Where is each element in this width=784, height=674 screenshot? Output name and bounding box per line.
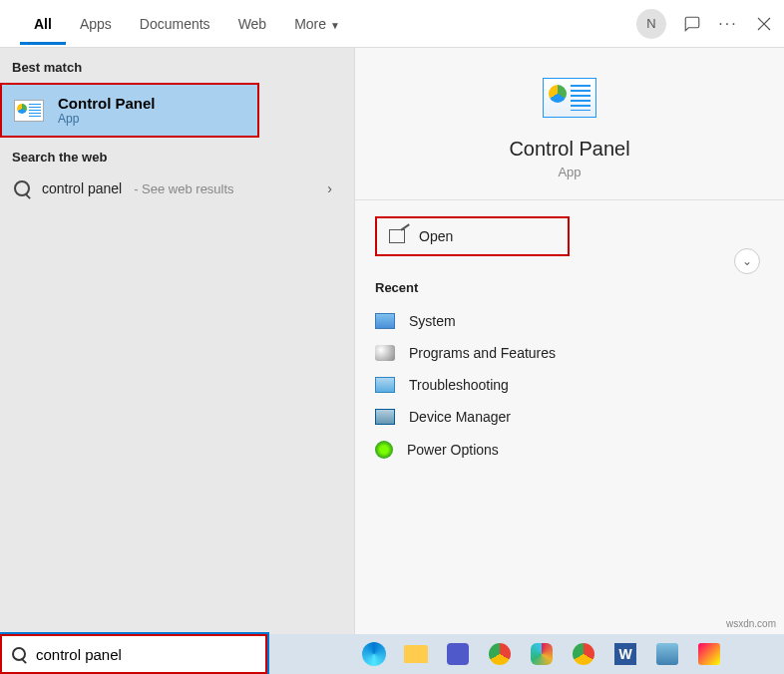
taskbar: W — [0, 634, 784, 674]
more-icon[interactable]: ··· — [718, 14, 738, 34]
taskbar-chrome2[interactable] — [567, 637, 600, 671]
watermark: wsxdn.com — [726, 618, 776, 629]
best-match-result[interactable]: Control Panel App — [0, 83, 259, 138]
taskbar-slack[interactable] — [525, 637, 559, 671]
web-result[interactable]: control panel - See web results › — [0, 170, 354, 206]
taskbar-edge[interactable] — [357, 637, 391, 671]
tab-documents[interactable]: Documents — [126, 2, 224, 45]
best-match-header: Best match — [0, 48, 354, 81]
taskbar-word[interactable]: W — [608, 637, 642, 671]
tab-more[interactable]: More▼ — [280, 2, 354, 45]
avatar[interactable]: N — [636, 9, 666, 39]
recent-item-programs[interactable]: Programs and Features — [375, 337, 764, 369]
detail-subtitle: App — [558, 165, 581, 179]
detail-title: Control Panel — [509, 138, 629, 161]
taskbar-chrome[interactable] — [483, 637, 517, 671]
device-icon — [375, 409, 395, 425]
results-panel: Best match Control Panel App Search the … — [0, 48, 354, 634]
system-icon — [375, 313, 395, 329]
open-button[interactable]: Open — [375, 216, 570, 256]
taskbar-explorer[interactable] — [399, 637, 433, 671]
web-suffix: - See web results — [134, 181, 233, 196]
tab-all[interactable]: All — [20, 2, 66, 45]
expand-button[interactable]: ⌄ — [734, 248, 760, 274]
taskbar-app[interactable] — [650, 637, 684, 671]
tab-web[interactable]: Web — [224, 2, 281, 45]
detail-panel: Control Panel App Open ⌄ Recent System P — [354, 48, 784, 634]
search-icon — [12, 647, 26, 661]
tab-apps[interactable]: Apps — [66, 2, 126, 45]
programs-icon — [375, 345, 395, 361]
feedback-icon[interactable] — [682, 14, 702, 34]
power-icon — [375, 441, 393, 459]
best-match-title: Control Panel — [58, 95, 156, 112]
open-icon — [389, 229, 405, 243]
control-panel-icon — [543, 78, 596, 118]
search-icon — [14, 180, 30, 196]
best-match-subtitle: App — [58, 112, 156, 126]
search-box[interactable] — [0, 634, 267, 674]
search-input[interactable] — [36, 646, 255, 663]
recent-item-troubleshooting[interactable]: Troubleshooting — [375, 369, 764, 401]
recent-header: Recent — [375, 280, 764, 295]
title-bar: All Apps Documents Web More▼ N ··· — [0, 0, 784, 48]
chevron-right-icon: › — [327, 180, 332, 196]
recent-item-system[interactable]: System — [375, 305, 764, 337]
taskbar-teams[interactable] — [441, 637, 475, 671]
close-icon[interactable] — [754, 14, 774, 34]
web-query: control panel — [42, 180, 122, 196]
control-panel-icon — [14, 100, 44, 122]
troubleshoot-icon — [375, 377, 395, 393]
search-web-header: Search the web — [0, 138, 354, 170]
taskbar-app2[interactable] — [692, 637, 726, 671]
search-tabs: All Apps Documents Web More▼ — [0, 2, 354, 45]
recent-item-device-manager[interactable]: Device Manager — [375, 401, 764, 433]
recent-item-power-options[interactable]: Power Options — [375, 433, 764, 467]
